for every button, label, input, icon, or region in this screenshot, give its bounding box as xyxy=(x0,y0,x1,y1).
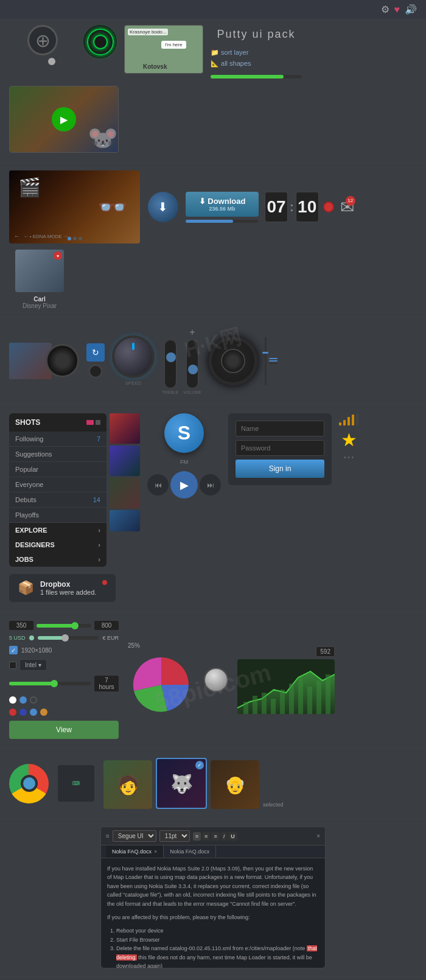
usd-dot xyxy=(29,635,34,640)
tab-close-icon[interactable]: × xyxy=(154,849,157,855)
repeat-button[interactable]: ↻ xyxy=(86,343,105,362)
color-dots-2 xyxy=(9,709,119,716)
volume-icon[interactable]: 🔊 xyxy=(405,4,417,15)
cpu-row: Intel ▾ xyxy=(9,659,119,671)
svg-rect-9 xyxy=(316,681,321,714)
shots-jobs[interactable]: JOBS › xyxy=(9,552,106,567)
download-size: 236.56 Mb xyxy=(198,206,246,212)
dpad-control[interactable] xyxy=(27,25,58,55)
volume-knob[interactable] xyxy=(112,335,155,378)
shots-item-following[interactable]: Following 7 xyxy=(9,432,106,447)
login-form: Sign in xyxy=(228,413,332,485)
text-editor: ≡ Segue UI 11pt ≡ ≡ ≡ I U × Nokia FAQ.do… xyxy=(100,827,326,968)
movie-banner: 👓 🎬 ← ← • EDNA MODE → xyxy=(9,170,140,243)
editor-content[interactable]: If you have installed Nokia Maps Suite 2… xyxy=(101,858,325,968)
media-controls: ⏮ ▶ ⏭ xyxy=(147,471,221,499)
shots-item-popular[interactable]: Popular xyxy=(9,462,106,477)
size-select[interactable]: 11pt xyxy=(159,830,190,842)
gallery-img-3[interactable]: 👴 xyxy=(211,760,259,809)
thumb-1 xyxy=(110,413,140,444)
close-icon[interactable]: × xyxy=(316,833,320,839)
cloud-upload-icon[interactable]: ⬇ xyxy=(146,191,180,224)
italic-btn[interactable]: I xyxy=(221,832,228,841)
align-center[interactable]: ≡ xyxy=(202,832,210,841)
chrome-icon[interactable] xyxy=(9,764,49,803)
shots-item-suggestions[interactable]: Suggestions xyxy=(9,447,106,462)
check-icon: ✓ xyxy=(9,646,18,654)
shots-menu-icon[interactable] xyxy=(96,420,100,425)
gallery-img-1[interactable]: 🧑 xyxy=(103,760,152,809)
play-button[interactable]: ▶ xyxy=(52,107,76,131)
menu-icon[interactable]: ≡ xyxy=(106,833,110,839)
hours-label: 7 hours xyxy=(94,676,119,691)
svg-rect-7 xyxy=(298,677,303,714)
profile-studio: Disney Pixar xyxy=(9,303,70,309)
all-shapes[interactable]: 📐 all shapes xyxy=(211,60,302,68)
add-icon[interactable]: + xyxy=(189,327,195,338)
shots-item-everyone[interactable]: Everyone xyxy=(9,477,106,492)
email-widget[interactable]: ✉ 12 xyxy=(340,197,354,217)
hours-slider[interactable]: 7 hours xyxy=(9,676,119,691)
resolution-check[interactable]: ✓ 1920×1080 xyxy=(9,646,119,654)
bold-btn[interactable]: U xyxy=(228,832,237,841)
shots-designers[interactable]: DESIGNERS › xyxy=(9,537,106,552)
terminal-icon[interactable]: ⌨ xyxy=(58,765,94,802)
shots-item-playoffs[interactable]: Playoffs xyxy=(9,508,106,523)
name-input[interactable] xyxy=(236,421,324,436)
eq-slider-1[interactable] xyxy=(164,340,176,388)
dropbox-icon: 📦 xyxy=(18,580,34,596)
tab-1[interactable]: Nokia FAQ.docx × xyxy=(106,845,164,858)
gallery-img-2[interactable]: 🐺 ✓ xyxy=(156,758,207,809)
view-button[interactable]: View xyxy=(9,721,119,739)
sign-in-button[interactable]: Sign in xyxy=(236,460,324,478)
svg-rect-3 xyxy=(262,693,267,714)
next-button[interactable]: ⏭ xyxy=(200,474,221,495)
sort-layer[interactable]: 📁 sort layer xyxy=(211,49,302,57)
shots-item-debuts[interactable]: Debuts 14 xyxy=(9,492,106,508)
mini-button[interactable] xyxy=(89,365,102,378)
clock-hour: 07 xyxy=(265,192,288,222)
area-chart xyxy=(237,659,335,714)
chevron-right-icon: › xyxy=(98,527,100,534)
eq-slider-2[interactable] xyxy=(186,340,198,388)
shots-icon[interactable] xyxy=(86,420,94,425)
password-input[interactable] xyxy=(236,440,324,456)
chart-value-badge: 592 xyxy=(316,646,335,657)
shots-explore[interactable]: EXPLORE › xyxy=(9,523,106,537)
cpu-check[interactable] xyxy=(9,662,16,669)
heart-icon[interactable]: ♥ xyxy=(394,4,400,15)
radar-widget xyxy=(83,25,117,58)
align-left[interactable]: ≡ xyxy=(193,832,201,841)
range-min: 350 xyxy=(9,621,33,630)
align-right[interactable]: ≡ xyxy=(211,832,219,841)
right-slider[interactable] xyxy=(265,337,267,385)
speaker-cone xyxy=(221,349,245,373)
power-button[interactable] xyxy=(323,201,334,212)
font-select[interactable]: Segue UI xyxy=(113,830,156,842)
chevron-right-icon-2: › xyxy=(98,541,100,548)
email-badge: 12 xyxy=(346,196,355,206)
map-widget: Krasnoye bodo... I'm here Kotovsk xyxy=(124,25,203,74)
area-chart-svg xyxy=(237,659,335,714)
page-title: Putty ui pack xyxy=(211,25,302,44)
range-slider[interactable]: 350 800 xyxy=(9,621,119,630)
music-player xyxy=(9,343,79,379)
sort-options: 📁 sort layer 📐 all shapes xyxy=(211,49,302,68)
selected-label: selected xyxy=(263,802,284,809)
editor-tabs: Nokia FAQ.docx × Nokia FAQ.docx xyxy=(101,845,325,858)
cpu-dropdown[interactable]: Intel ▾ xyxy=(19,659,47,671)
thumb-3 xyxy=(110,478,140,508)
settings-icon[interactable]: ⚙ xyxy=(381,4,389,15)
download-button[interactable]: ⬇ Download 236.56 Mb xyxy=(186,192,259,217)
star-rating-widget: ★ • • • xyxy=(339,413,358,461)
play-pause-button[interactable]: ▶ xyxy=(170,471,198,499)
progress-sliders: 350 800 5 USD € EUR ✓ 1920×1080 xyxy=(9,621,119,739)
skype-icon[interactable]: S xyxy=(164,413,204,453)
arrow-left-icon: ← xyxy=(14,233,19,239)
thumb-4 xyxy=(110,510,140,531)
dropbox-title: Dropbox xyxy=(40,580,96,589)
prev-button[interactable]: ⏮ xyxy=(147,474,169,495)
fm-label: FM xyxy=(180,459,188,465)
video-thumbnail[interactable]: ▶ 🐭 xyxy=(9,86,119,153)
tab-2[interactable]: Nokia FAQ.docx xyxy=(164,845,216,858)
